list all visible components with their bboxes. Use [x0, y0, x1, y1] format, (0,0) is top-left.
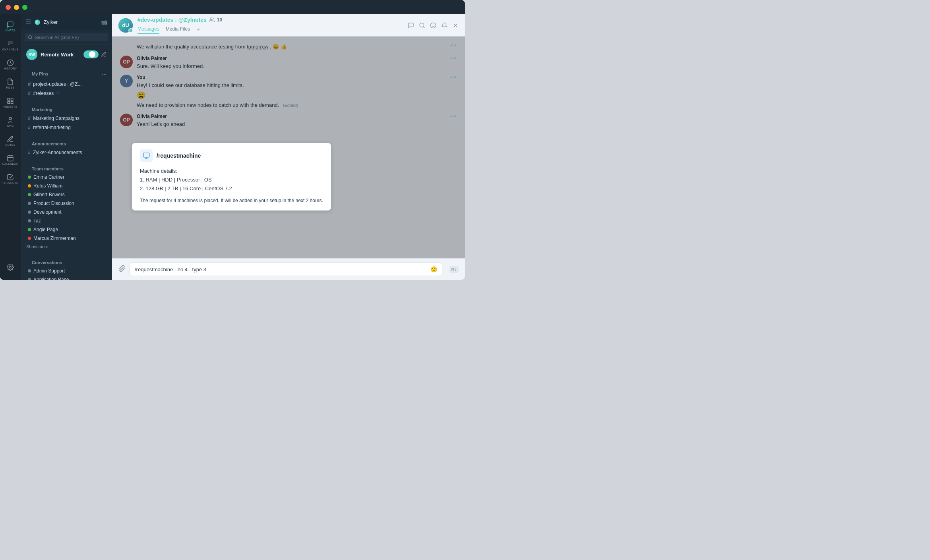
video-icon[interactable]: 📹: [101, 19, 107, 25]
announcements-header: Announcements: [21, 138, 112, 148]
channel-avatar: dU: [118, 18, 133, 33]
rail-notes[interactable]: NOTES: [2, 132, 19, 149]
search-placeholder: Search in All (cmd + k): [35, 35, 79, 40]
rail-projects[interactable]: PROJECTS: [2, 170, 19, 187]
search-channel-icon[interactable]: [419, 22, 425, 29]
msg4-check: ✓✓: [450, 114, 457, 119]
channel-name: #dev-updates : @Zylnotes 10: [138, 17, 403, 23]
draft-input[interactable]: /requestmachine - no 4 - type 3 🙂: [130, 263, 442, 276]
rail-notes-label: NOTES: [5, 143, 15, 146]
rail-history[interactable]: HISTORY: [2, 56, 19, 73]
input-area: /requestmachine - no 4 - type 3 🙂 M↓: [112, 258, 465, 280]
sidebar-item-admin-support[interactable]: Admin Support: [22, 266, 110, 275]
hash-icon-rm: #: [28, 124, 31, 130]
workspace-actions: [83, 50, 107, 58]
msg2-avatar: OP: [120, 56, 133, 68]
sidebar-item-taz[interactable]: Taz: [22, 216, 110, 225]
emoji-input-icon[interactable]: 🙂: [430, 266, 437, 272]
titlebar: [0, 0, 465, 14]
sidebar-item-referral-marketing[interactable]: # referral-marketing: [22, 123, 110, 132]
sidebar-search-area: Search in All (cmd + k): [21, 30, 112, 45]
bot-card-header: /requestmachine: [140, 149, 323, 162]
rail-chats[interactable]: CHATS: [2, 17, 19, 35]
rail-widgets[interactable]: WIDGETS: [2, 94, 19, 111]
svg-point-8: [9, 117, 12, 120]
sidebar-item-zylker-announcements[interactable]: # Zylker-Announcements: [22, 148, 110, 157]
close-channel-icon[interactable]: [452, 22, 459, 29]
msg4-content: Olivia Palmer Yeah! Let's go ahead: [137, 114, 446, 128]
msg4-avatar: OP: [120, 114, 133, 126]
marketing-header: Marketing: [21, 104, 112, 114]
members-count: 10: [217, 17, 222, 23]
sidebar-item-marcus[interactable]: Marcus Zimmerman: [22, 234, 110, 243]
show-more-button[interactable]: Show more: [21, 243, 112, 251]
markdown-icon[interactable]: M↓: [450, 266, 459, 273]
sidebar-item-emma[interactable]: Emma Cartner: [22, 173, 110, 182]
channel-header-actions: [408, 22, 459, 29]
product-discussion-label: Product Discussion: [33, 201, 74, 206]
msg1-check: ✓✓: [450, 43, 457, 48]
hash-icon-releases: #: [28, 90, 31, 96]
sidebar-item-angie[interactable]: Angie Page: [22, 225, 110, 234]
my-pins-more-icon[interactable]: ···: [102, 71, 107, 77]
angie-status-dot: [28, 228, 31, 231]
members-icon: [209, 17, 215, 23]
tab-messages[interactable]: Messages: [138, 25, 159, 34]
attach-icon[interactable]: [118, 265, 126, 274]
msg2-content: Olivia Palmer Sure. Will keep you inform…: [137, 56, 446, 70]
rail-calendar[interactable]: CALENDAR: [2, 151, 19, 168]
svg-point-18: [210, 17, 212, 19]
tab-add-icon[interactable]: +: [196, 26, 200, 33]
bot-detail1-label: Machine details:: [140, 167, 323, 176]
close-button[interactable]: [6, 5, 11, 10]
rufus-status-dot: [28, 184, 31, 187]
msg1-content: We will plan the quality acceptance test…: [137, 43, 446, 51]
msg1-text: We will plan the quality acceptance test…: [137, 43, 446, 51]
bot-spacer: [140, 193, 323, 197]
svg-line-17: [31, 38, 32, 39]
rail-org[interactable]: ORG: [2, 113, 19, 130]
message-row-2: OP Olivia Palmer Sure. Will keep you inf…: [120, 56, 457, 70]
toggle-knob: [89, 51, 95, 58]
sidebar-item-rufus[interactable]: Rufus William: [22, 182, 110, 190]
bell-icon[interactable]: [441, 22, 448, 29]
thread-icon[interactable]: [408, 22, 414, 29]
angie-label: Angie Page: [33, 227, 58, 232]
hamburger-icon[interactable]: ☰: [25, 18, 31, 26]
my-pins-header: My Pins ···: [21, 68, 112, 79]
rail-history-label: HISTORY: [4, 67, 17, 70]
messages-area: We will plan the quality acceptance test…: [112, 37, 465, 258]
minimize-button[interactable]: [14, 5, 19, 10]
tab-media-files[interactable]: Media Files: [166, 25, 190, 34]
icon-rail: CHATS CHANNELS HISTORY FILES WIDGETS ORG: [0, 14, 21, 280]
rail-settings[interactable]: [2, 259, 19, 276]
compose-icon[interactable]: [101, 52, 107, 57]
sidebar: ☰ Z Zylker 📹 Search in All (cmd + k) R: [21, 14, 112, 280]
rail-channels[interactable]: CHANNELS: [2, 37, 19, 54]
sidebar-item-marketing-campaigns[interactable]: # Marketing Campaigns: [22, 114, 110, 123]
emoji-icon[interactable]: [430, 22, 436, 29]
emma-status-dot: [28, 176, 31, 179]
sidebar-item-product-discussion[interactable]: Product Discussion: [22, 199, 110, 208]
hash-icon-mc: #: [28, 115, 31, 121]
svg-point-21: [430, 23, 436, 28]
channel-avatar-inner: dU: [118, 18, 133, 33]
sidebar-search-box[interactable]: Search in All (cmd + k): [25, 33, 108, 41]
status-toggle[interactable]: [83, 50, 99, 58]
gilbert-status-dot: [28, 193, 31, 196]
development-status-dot: [28, 210, 31, 214]
workspace-header: RW Remote Work: [21, 45, 112, 64]
sidebar-item-project-updates[interactable]: # project-updates : @Z...: [22, 79, 110, 89]
maximize-button[interactable]: [22, 5, 27, 10]
sidebar-item-development[interactable]: Development: [22, 208, 110, 216]
workspace-title: Remote Work: [41, 52, 74, 58]
marketing-label: Marketing: [26, 105, 58, 114]
sidebar-item-releases[interactable]: # #releases ♡: [22, 89, 110, 98]
message-row-1: We will plan the quality acceptance test…: [120, 43, 457, 51]
rail-files[interactable]: FILES: [2, 75, 19, 92]
team-members-header: Team members: [21, 163, 112, 173]
markdown-toggle: M↓: [446, 266, 459, 273]
sidebar-item-application-base[interactable]: Application Base: [22, 275, 110, 280]
sidebar-item-gilbert[interactable]: Gilbert Bowers: [22, 190, 110, 199]
settings-icon-item[interactable]: [2, 259, 19, 276]
